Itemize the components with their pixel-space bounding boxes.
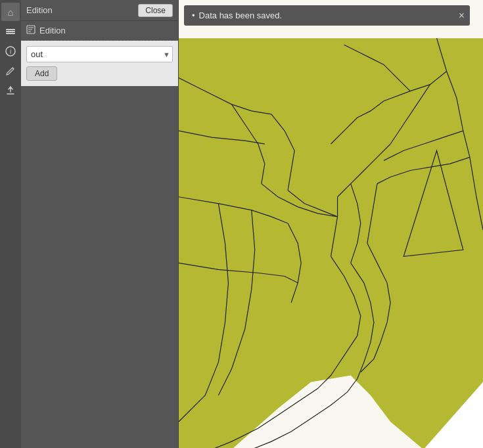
dropdown-container: out in ▼	[26, 46, 173, 62]
panel-title: Edition	[26, 5, 53, 15]
close-button[interactable]: Close	[138, 4, 173, 17]
add-button[interactable]: Add	[26, 66, 57, 81]
form-area: out in ▼ Add	[21, 41, 178, 86]
info-icon[interactable]: i	[1, 42, 20, 60]
section-icon	[26, 25, 35, 36]
home-icon[interactable]: ⌂	[1, 3, 20, 21]
edition-panel: Edition Close Edition out in ▼ Add	[21, 0, 179, 448]
panel-header: Edition Close	[21, 0, 178, 21]
section-header: Edition	[21, 21, 178, 41]
notification-close-button[interactable]: ×	[459, 11, 465, 21]
notification-message: Data has been saved.	[199, 11, 282, 20]
panel-content: Edition out in ▼ Add	[21, 21, 178, 448]
edit-icon[interactable]	[1, 62, 20, 80]
export-icon[interactable]	[1, 81, 20, 100]
svg-rect-0	[6, 29, 15, 30]
map-area: • Data has been saved. ×	[179, 0, 483, 448]
svg-text:i: i	[10, 48, 11, 55]
icon-bar: ⌂ i	[0, 0, 21, 448]
svg-rect-2	[6, 33, 15, 34]
section-title: Edition	[39, 26, 66, 35]
map-svg	[179, 0, 483, 448]
layers-icon[interactable]	[1, 22, 20, 41]
dropdown-select[interactable]: out in	[26, 46, 173, 62]
svg-rect-1	[6, 31, 15, 32]
notification-bullet: •	[192, 11, 195, 20]
notification-bar: • Data has been saved. ×	[184, 5, 470, 26]
